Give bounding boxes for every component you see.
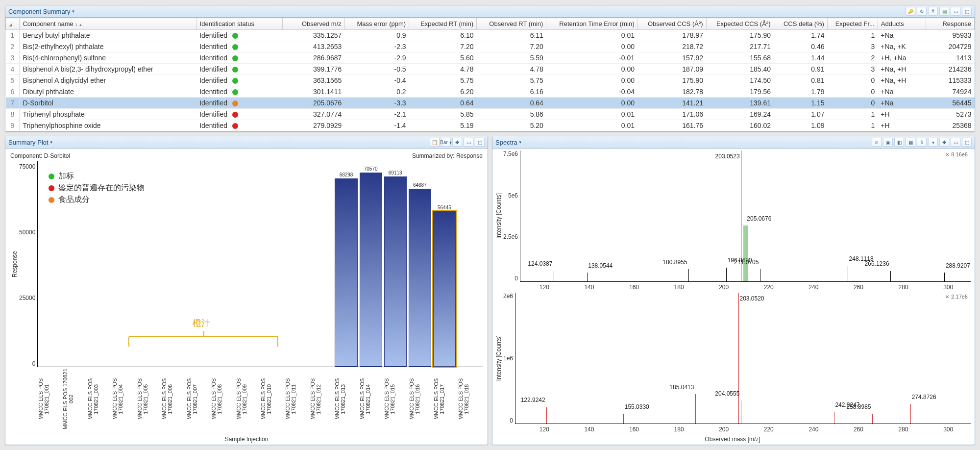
spectra-panel: Spectra ▼ ⎚ ▣ ◧ ▦ ⇩ ▾ ✥ ▭ ▢ Intensity [C… [492, 136, 975, 445]
column-header[interactable]: Observed m/z [282, 18, 344, 30]
status-dot-icon [232, 89, 238, 95]
column-header[interactable]: Observed RT (min) [477, 18, 546, 30]
x-axis-label: Sample Injection [10, 434, 483, 443]
corner-value: ✕2.17e6 [945, 294, 968, 300]
status-dot-icon [232, 100, 238, 106]
options-dropdown-icon[interactable]: ▾ [928, 138, 938, 147]
table-row[interactable]: 5Bisphenol A diglycidyl etherIdentified … [6, 75, 975, 86]
table-row[interactable]: 4Bisphenol A bis(2,3- dihydroxypropyl) e… [6, 64, 975, 75]
y-axis-label: Intensity [Counts] [494, 293, 503, 424]
grid-icon[interactable]: ▤ [939, 7, 949, 16]
legend-dot-icon [49, 197, 54, 203]
legend-dot-icon [49, 185, 54, 191]
status-dot-icon [232, 78, 238, 84]
component-summary-tools: 🔑 ↻ # ▤ ▭ ▢ [906, 7, 972, 16]
component-summary-header: Component Summary ▼ 🔑 ↻ # ▤ ▭ ▢ [5, 5, 975, 18]
column-header[interactable]: Response [926, 18, 975, 30]
spectrum-top[interactable]: Intensity [Counts] 7.5e65e62.5e60 ✕8.16e… [494, 150, 971, 282]
close-icon[interactable]: ✕ [945, 294, 949, 300]
column-header[interactable]: Observed CCS (Å²) [637, 18, 706, 30]
minimize-icon[interactable]: ▭ [951, 138, 960, 147]
maximize-icon[interactable]: ▢ [962, 138, 972, 147]
spectrum-tool-2-icon[interactable]: ▣ [883, 138, 893, 147]
status-dot-icon [232, 55, 238, 61]
column-header[interactable]: Expected RT (min) [409, 18, 477, 30]
maximize-icon[interactable]: ▢ [962, 7, 972, 16]
move-icon[interactable]: ✥ [452, 138, 462, 147]
column-header[interactable]: ◢ [6, 18, 20, 30]
minimize-icon[interactable]: ▭ [951, 7, 960, 16]
table-row[interactable]: 2Bis(2-ethylhexyl) phthalateIdentified 4… [6, 41, 975, 52]
dropdown-icon[interactable]: ▼ [518, 140, 522, 145]
copy-icon[interactable]: 📋 [430, 138, 440, 147]
annotation-brace [128, 336, 279, 347]
table-row[interactable]: 9Triphenylphosphine oxideIdentified 279.… [6, 120, 975, 131]
corner-value: ✕8.16e6 [945, 151, 968, 157]
hash-icon[interactable]: # [928, 7, 938, 16]
spectrum-tool-3-icon[interactable]: ◧ [894, 138, 904, 147]
refresh-icon[interactable]: ↻ [917, 7, 927, 16]
table-row[interactable]: 7D-SorbitolIdentified 205.0676-3.30.640.… [6, 98, 975, 109]
summarized-by-label: Summarized by: Response [412, 152, 483, 159]
orange-juice-annotation: 橙汁 [193, 317, 210, 329]
export-icon[interactable]: ⇩ [917, 138, 927, 147]
column-header[interactable]: Identification status [196, 18, 282, 30]
status-dot-icon [232, 67, 238, 73]
spectrum-tool-1-icon[interactable]: ⎚ [872, 138, 882, 147]
summary-plot-title[interactable]: Summary Plot [8, 139, 49, 146]
column-header[interactable]: Adducts [878, 18, 926, 30]
table-row[interactable]: 3Bis(4-chlorophenyl) sulfoneIdentified 2… [6, 52, 975, 64]
column-header[interactable]: Expected Fr... [827, 18, 878, 30]
component-label: Component: D-Sorbitol [10, 152, 70, 159]
summary-plot-panel: Summary Plot ▼ 📋 Bar ▾ ✥ ▭ ▢ Component: … [5, 136, 488, 445]
status-dot-icon [232, 44, 238, 50]
close-icon[interactable]: ✕ [945, 152, 949, 157]
column-header[interactable]: Mass error (ppm) [344, 18, 409, 30]
column-header[interactable]: CCS delta (%) [774, 18, 827, 30]
summary-plot-header: Summary Plot ▼ 📋 Bar ▾ ✥ ▭ ▢ [5, 136, 488, 149]
table-row[interactable]: 8Triphenyl phosphateIdentified 327.0774-… [6, 109, 975, 120]
legend-dot-icon [49, 174, 54, 179]
dropdown-icon[interactable]: ▼ [71, 9, 75, 14]
spectra-title[interactable]: Spectra [495, 139, 517, 146]
key-icon[interactable]: 🔑 [906, 7, 915, 16]
component-summary-panel: Component Summary ▼ 🔑 ↻ # ▤ ▭ ▢ ◢Compone… [5, 5, 975, 132]
move-icon[interactable]: ✥ [939, 138, 949, 147]
status-dot-icon [232, 123, 238, 129]
table-row[interactable]: 1Benzyl butyl phthalateIdentified 335.12… [6, 30, 975, 41]
maximize-icon[interactable]: ▢ [475, 138, 485, 147]
column-header[interactable]: Expected CCS (Å²) [706, 18, 774, 30]
minimize-icon[interactable]: ▭ [464, 138, 473, 147]
spectrum-bottom[interactable]: Intensity [Counts] 2e61e60 ✕2.17e6 122.9… [494, 293, 971, 424]
component-summary-title[interactable]: Component Summary [8, 8, 70, 15]
x-axis-label: Observed mass [m/z] [494, 435, 971, 444]
y-axis-label: Intensity [Counts] [494, 150, 503, 282]
status-dot-icon [232, 33, 238, 39]
plot-legend: 加标鉴定的普遍存在的污染物食品成分 [49, 171, 145, 206]
dropdown-icon[interactable]: ▼ [49, 140, 53, 145]
column-header[interactable]: Component name1 ▲ [20, 18, 196, 30]
component-table[interactable]: ◢Component name1 ▲Identification statusO… [5, 18, 975, 131]
status-dot-icon [232, 112, 238, 118]
spectra-header: Spectra ▼ ⎚ ▣ ◧ ▦ ⇩ ▾ ✥ ▭ ▢ [492, 136, 975, 149]
y-axis-label: Response [10, 161, 19, 367]
table-row[interactable]: 6Dibutyl phthalateIdentified 301.14110.2… [6, 86, 975, 98]
chart-type-dropdown[interactable]: Bar ▾ [441, 138, 451, 147]
spectrum-tool-4-icon[interactable]: ▦ [906, 138, 915, 147]
column-header[interactable]: Retention Time Error (min) [546, 18, 637, 30]
